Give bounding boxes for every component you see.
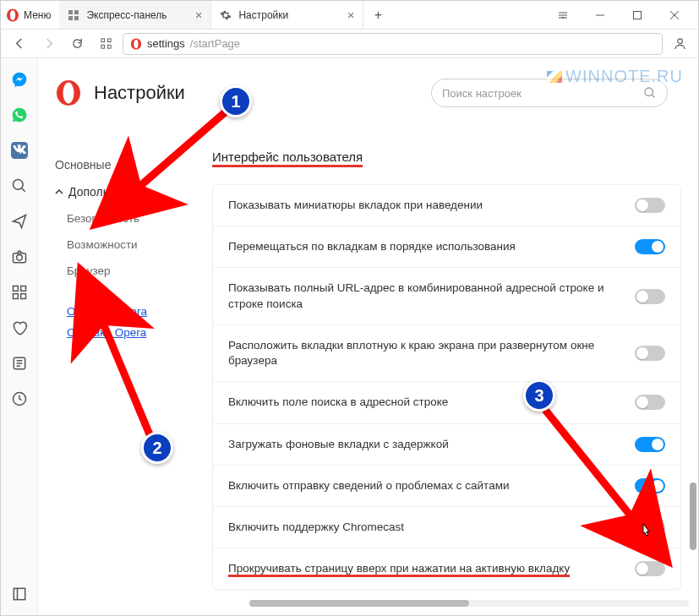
svg-point-13 bbox=[677, 39, 682, 44]
svg-rect-4 bbox=[68, 16, 73, 20]
new-tab-button[interactable]: + bbox=[363, 1, 392, 29]
horizontal-scrollbar[interactable] bbox=[249, 600, 689, 607]
opera-icon bbox=[6, 8, 19, 22]
settings-row: Включить отправку сведений о проблемах с… bbox=[213, 466, 680, 507]
nav-advanced-label: Дополнительно bbox=[68, 185, 154, 199]
svg-rect-3 bbox=[74, 10, 79, 14]
svg-rect-5 bbox=[74, 16, 79, 20]
flag-icon bbox=[547, 71, 562, 83]
close-window-icon[interactable] bbox=[658, 3, 691, 27]
row-label: Показывать миниатюры вкладок при наведен… bbox=[228, 198, 625, 213]
tab-label: Настройки bbox=[238, 9, 288, 21]
svg-rect-9 bbox=[101, 45, 104, 48]
nav-help-link[interactable]: Справка Opera bbox=[50, 322, 195, 343]
toggle[interactable] bbox=[635, 437, 665, 452]
row-label: Прокручивать страницу вверх при нажатии … bbox=[228, 561, 625, 576]
back-button[interactable] bbox=[8, 32, 31, 56]
reload-button[interactable] bbox=[65, 32, 89, 56]
row-label: Перемещаться по вкладкам в порядке испол… bbox=[228, 239, 625, 254]
svg-point-17 bbox=[16, 255, 22, 261]
profile-button[interactable] bbox=[668, 32, 691, 56]
settings-nav: Основные Дополнительно Безопасность Возм… bbox=[38, 117, 204, 615]
vk-icon[interactable] bbox=[10, 141, 29, 160]
svg-rect-21 bbox=[20, 294, 25, 299]
svg-rect-8 bbox=[107, 39, 111, 42]
search-placeholder: Поиск настроек bbox=[442, 87, 522, 100]
address-path: /startPage bbox=[190, 37, 240, 50]
settings-row: Показывать полный URL-адрес в комбиниров… bbox=[213, 268, 680, 324]
minimize-icon[interactable] bbox=[583, 3, 617, 27]
svg-point-15 bbox=[13, 180, 23, 190]
send-icon[interactable] bbox=[10, 212, 29, 231]
svg-rect-20 bbox=[13, 294, 18, 299]
toggle[interactable] bbox=[635, 346, 665, 361]
row-label: Включить поле поиска в адресной строке bbox=[228, 395, 625, 410]
heart-icon[interactable] bbox=[10, 319, 29, 337]
tab-settings[interactable]: Настройки × bbox=[211, 1, 363, 29]
messenger-icon[interactable] bbox=[10, 70, 29, 89]
settings-card: Показывать миниатюры вкладок при наведен… bbox=[212, 184, 681, 590]
row-label: Включить отправку сведений о проблемах с… bbox=[228, 478, 625, 493]
svg-point-27 bbox=[645, 88, 653, 95]
vertical-scrollbar[interactable] bbox=[690, 482, 696, 550]
gear-icon bbox=[220, 9, 232, 21]
toggle[interactable] bbox=[635, 561, 665, 576]
settings-row: Включить поддержку Chromecast bbox=[213, 507, 680, 548]
whatsapp-icon[interactable] bbox=[10, 106, 29, 124]
svg-rect-19 bbox=[20, 286, 25, 292]
settings-row: Загружать фоновые вкладки с задержкой bbox=[213, 424, 680, 466]
content-body: Основные Дополнительно Безопасность Возм… bbox=[38, 117, 698, 615]
win-menu-icon[interactable] bbox=[546, 3, 580, 27]
row-label: Загружать фоновые вкладки с задержкой bbox=[228, 437, 625, 452]
svg-rect-24 bbox=[14, 588, 25, 599]
speed-dial-icon[interactable] bbox=[10, 283, 29, 302]
close-icon[interactable]: × bbox=[347, 8, 355, 22]
svg-rect-2 bbox=[68, 10, 73, 14]
menu-button[interactable]: Меню bbox=[1, 1, 59, 29]
row-label: Показывать полный URL-адрес в комбиниров… bbox=[228, 281, 625, 311]
settings-row: Перемещаться по вкладкам в порядке испол… bbox=[213, 226, 680, 268]
content: Настройки Поиск настроек Основные Дополн… bbox=[38, 58, 698, 615]
nav-browser[interactable]: Браузер bbox=[50, 258, 195, 284]
nav-features[interactable]: Возможности bbox=[50, 232, 195, 258]
toggle[interactable] bbox=[635, 239, 665, 254]
svg-point-12 bbox=[134, 39, 138, 48]
page-title: Настройки bbox=[94, 82, 185, 104]
address-protocol: settings bbox=[147, 37, 185, 50]
close-icon[interactable]: × bbox=[195, 8, 203, 22]
svg-rect-6 bbox=[634, 11, 642, 19]
sidebar bbox=[1, 58, 38, 615]
settings-row: Прокручивать страницу вверх при нажатии … bbox=[213, 548, 680, 589]
settings-row: Показывать миниатюры вкладок при наведен… bbox=[213, 185, 680, 226]
snapshot-icon[interactable] bbox=[10, 248, 29, 266]
toggle[interactable] bbox=[635, 478, 665, 493]
svg-point-26 bbox=[63, 83, 74, 104]
settings-main: Интерфейс пользователя Показывать миниат… bbox=[204, 117, 698, 615]
nav-advanced[interactable]: Дополнительно bbox=[50, 178, 195, 205]
svg-point-1 bbox=[10, 10, 15, 20]
row-label: Расположить вкладки вплотную к краю экра… bbox=[228, 338, 625, 368]
opera-icon bbox=[130, 38, 142, 50]
tab-speed-dial[interactable]: Экспресс-панель × bbox=[59, 1, 211, 29]
nav-basic[interactable]: Основные bbox=[50, 151, 195, 178]
nav-security[interactable]: Безопасность bbox=[50, 205, 195, 232]
speed-dial-button[interactable] bbox=[94, 32, 117, 56]
maximize-icon[interactable] bbox=[620, 3, 654, 27]
nav-rate-link[interactable]: Оценить Opera bbox=[50, 301, 195, 322]
news-icon[interactable] bbox=[10, 354, 29, 373]
section-title: Интерфейс пользователя bbox=[212, 150, 681, 171]
search-icon[interactable] bbox=[10, 177, 29, 195]
toggle[interactable] bbox=[635, 198, 665, 213]
chevron-up-icon bbox=[55, 188, 63, 196]
toggle[interactable] bbox=[635, 289, 665, 304]
settings-row: Расположить вкладки вплотную к краю экра… bbox=[213, 325, 680, 382]
history-icon[interactable] bbox=[10, 390, 29, 408]
svg-rect-7 bbox=[101, 39, 104, 42]
forward-button[interactable] bbox=[36, 32, 60, 56]
tab-label: Экспресс-панель bbox=[86, 9, 167, 21]
opera-logo bbox=[55, 79, 82, 106]
row-label: Включить поддержку Chromecast bbox=[228, 520, 625, 535]
address-field[interactable]: settings/startPage bbox=[123, 33, 663, 55]
toggle[interactable] bbox=[635, 395, 665, 410]
collapse-icon[interactable] bbox=[10, 585, 29, 603]
